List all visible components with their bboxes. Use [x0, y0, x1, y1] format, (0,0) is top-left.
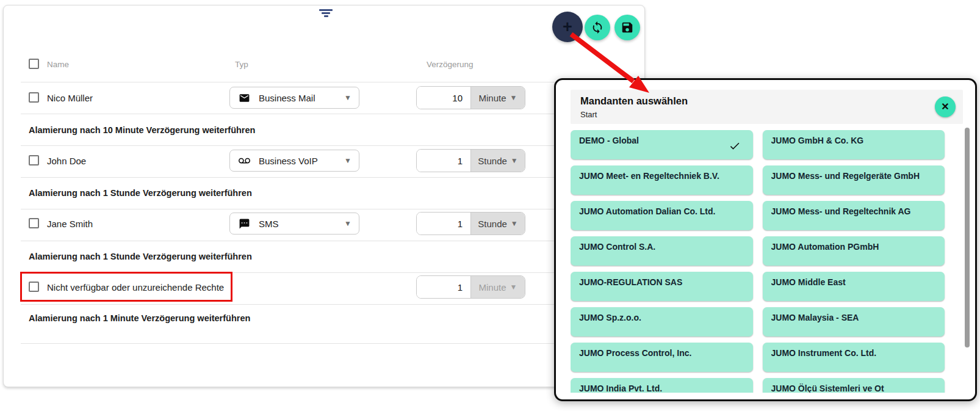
type-dropdown[interactable]: SMS ▼ — [229, 213, 359, 235]
voicemail-icon — [239, 155, 250, 167]
row-name: Nicht verfügbar oder unzureichende Recht… — [47, 282, 224, 293]
tenant-label: JUMO Process Control, Inc. — [579, 348, 744, 358]
tenant-tile[interactable]: DEMO - Global — [571, 130, 753, 159]
divider — [21, 272, 635, 273]
divider — [21, 241, 635, 241]
divider — [21, 304, 635, 305]
save-button[interactable] — [614, 15, 640, 40]
divider — [21, 177, 635, 178]
chevron-down-icon: ▼ — [511, 219, 518, 228]
delay-group: Minute ▼ — [416, 86, 525, 109]
column-header-typ: Typ — [235, 60, 248, 69]
divider — [21, 145, 635, 146]
chevron-down-icon: ▼ — [510, 283, 517, 291]
tenant-tile[interactable]: JUMO Meet- en Regeltechniek B.V. — [571, 165, 753, 195]
scrollbar-thumb[interactable] — [965, 128, 970, 347]
type-dropdown-value: Business Mail — [259, 93, 344, 103]
tenant-tile[interactable]: JUMO GmbH & Co. KG — [763, 130, 945, 159]
delay-group: Minute ▼ — [416, 275, 525, 299]
add-button[interactable]: + — [552, 12, 583, 42]
row-checkbox[interactable] — [29, 155, 39, 165]
row-checkbox[interactable] — [29, 92, 39, 103]
delay-value-input[interactable] — [417, 150, 470, 172]
row-checkbox[interactable] — [29, 282, 39, 292]
tenant-label: JUMO Instrument Co. Ltd. — [771, 348, 937, 358]
chevron-down-icon: ▼ — [344, 219, 351, 228]
escalation-note: Alamierung nach 1 Stunde Verzögerung wei… — [29, 252, 252, 261]
delay-unit-dropdown[interactable]: Minute ▼ — [470, 87, 525, 109]
close-button[interactable]: ✕ — [935, 96, 956, 117]
row-name: Nico Müller — [47, 93, 93, 103]
delay-value-input[interactable] — [417, 213, 470, 235]
chevron-down-icon: ▼ — [510, 93, 517, 102]
delay-unit-value: Stunde — [478, 156, 507, 166]
delay-group: Stunde ▼ — [416, 212, 525, 235]
delay-value-input[interactable] — [417, 87, 470, 109]
delay-unit-dropdown[interactable]: Stunde ▼ — [470, 150, 525, 172]
tenant-label: JUMO Automation Dalian Co. Ltd. — [579, 206, 744, 216]
tenant-grid: DEMO - GlobalJUMO GmbH & Co. KGJUMO Meet… — [571, 130, 963, 393]
delay-unit-value: Stunde — [478, 219, 507, 229]
alarm-chain-card: Name Typ Verzögerung Nico Müller Busines… — [3, 5, 645, 387]
tenant-tile[interactable]: JUMO Automation Dalian Co. Ltd. — [571, 201, 753, 230]
tenant-label: JUMO-REGULATION SAS — [579, 277, 744, 287]
tenant-label: JUMO Malaysia - SEA — [771, 313, 937, 322]
type-dropdown[interactable]: Business Mail ▼ — [229, 87, 359, 109]
save-icon — [621, 21, 634, 34]
tenant-tile[interactable]: JUMO Instrument Co. Ltd. — [763, 343, 945, 372]
delay-value-input[interactable] — [417, 276, 470, 298]
tenant-tile[interactable]: JUMO Malaysia - SEA — [763, 307, 945, 336]
divider — [21, 114, 635, 114]
chevron-down-icon: ▼ — [344, 93, 351, 102]
tenant-label: JUMO Middle East — [771, 277, 937, 287]
tenant-label: DEMO - Global — [579, 136, 744, 145]
tenant-label: JUMO Mess- und Regeltechnik AG — [771, 206, 937, 216]
tenant-tile[interactable]: JUMO India Pvt. Ltd. — [571, 378, 753, 393]
plus-icon: + — [563, 19, 572, 35]
select-all-checkbox[interactable] — [29, 59, 39, 69]
delay-unit-dropdown[interactable]: Minute ▼ — [470, 276, 525, 298]
tenant-label: JUMO Meet- en Regeltechniek B.V. — [579, 171, 744, 181]
tenant-tile[interactable]: JUMO Process Control, Inc. — [571, 343, 753, 372]
divider — [21, 209, 635, 209]
tenant-tile[interactable]: JUMO Sp.z.o.o. — [571, 307, 753, 336]
tenant-tile[interactable]: JUMO Control S.A. — [571, 236, 753, 266]
refresh-button[interactable] — [585, 15, 610, 40]
chevron-down-icon: ▼ — [511, 156, 518, 165]
tenant-tile[interactable]: JUMO Automation PGmbH — [763, 236, 945, 266]
delay-unit-dropdown[interactable]: Stunde ▼ — [470, 213, 525, 235]
screen: Name Typ Verzögerung Nico Müller Busines… — [0, 0, 980, 411]
sync-icon — [591, 21, 604, 34]
escalation-note: Alamierung nach 1 Stunde Verzögerung wei… — [29, 188, 252, 198]
tenant-tile[interactable]: JUMO Mess- und Regelgeräte GmbH — [763, 165, 945, 195]
tenant-label: JUMO India Pvt. Ltd. — [579, 384, 744, 393]
tenant-label: JUMO Control S.A. — [579, 242, 744, 252]
row-checkbox[interactable] — [29, 218, 39, 228]
delay-unit-value: Minute — [479, 93, 506, 103]
tenant-tile[interactable]: JUMO Middle East — [763, 272, 945, 301]
modal-scrollbar[interactable] — [965, 128, 970, 390]
divider — [21, 343, 635, 344]
tenant-label: JUMO GmbH & Co. KG — [771, 136, 937, 145]
escalation-note: Alamierung nach 1 Minute Verzögerung wei… — [29, 313, 250, 323]
tenant-tile[interactable]: JUMO Ölçü Sistemleri ve Ot — [763, 378, 945, 393]
tenant-tile[interactable]: JUMO Mess- und Regeltechnik AG — [763, 201, 945, 230]
type-dropdown[interactable]: Business VoIP ▼ — [229, 150, 359, 172]
column-header-verzoegerung: Verzögerung — [427, 60, 474, 69]
mail-icon — [239, 92, 250, 104]
checkmark-icon — [729, 140, 741, 152]
tenant-label: JUMO Mess- und Regelgeräte GmbH — [771, 171, 937, 181]
row-name: Jane Smith — [47, 219, 93, 229]
delay-group: Stunde ▼ — [416, 149, 525, 172]
delay-unit-value: Minute — [479, 282, 506, 293]
tenant-select-modal: Mandanten auswählen Start ✕ DEMO - Globa… — [554, 78, 977, 401]
type-dropdown-value: SMS — [259, 219, 344, 229]
sms-icon — [239, 218, 250, 230]
tenant-tile[interactable]: JUMO-REGULATION SAS — [571, 272, 753, 301]
type-dropdown-value: Business VoIP — [259, 156, 344, 166]
tenant-label: JUMO Sp.z.o.o. — [579, 313, 744, 322]
tenant-label: JUMO Automation PGmbH — [771, 242, 937, 252]
modal-header: Mandanten auswählen Start ✕ — [571, 90, 963, 124]
close-icon: ✕ — [941, 102, 949, 112]
filter-icon[interactable] — [316, 9, 336, 23]
